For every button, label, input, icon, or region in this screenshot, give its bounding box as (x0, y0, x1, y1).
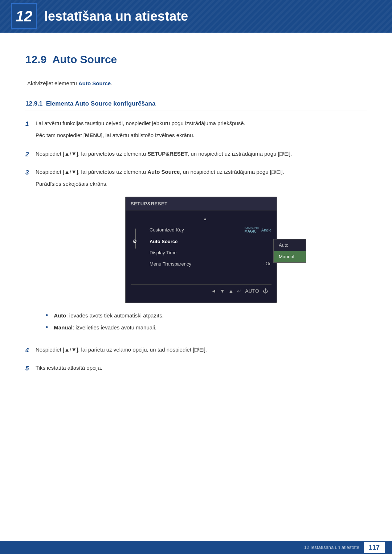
intro-text: Aktivizējiet elementu Auto Source. (25, 79, 367, 88)
section-heading: 12.9 Auto Source (25, 51, 367, 68)
screen-mockup: SETUP&RESET ▲ Customized Key (125, 197, 277, 303)
footer-page-number: 117 (364, 542, 385, 554)
step-3-content: Nospiediet [▲/▼], lai pārvietotos uz ele… (36, 168, 367, 338)
menu-item-auto-source: ⚙ Auto Source Auto Manual (142, 236, 271, 247)
step-5-num: 5 (25, 364, 36, 373)
screen-mockup-wrapper: SETUP&RESET ▲ Customized Key (36, 197, 367, 303)
bullet-list: Auto: ievades avots tiek automātiski atp… (46, 311, 367, 332)
bullet-manual: Manual: izvēlieties ievades avotu manuāl… (46, 323, 367, 332)
chapter-number: 12 (11, 3, 37, 29)
step-1-num: 1 (25, 119, 36, 129)
steps-container: 1 Lai atvērtu funkcijas taustiņu ceļvedi… (25, 119, 367, 376)
step-2-content: Nospiediet [▲/▼], lai pārvietotos uz ele… (36, 149, 367, 161)
bottom-icon-up: ▲ (229, 287, 234, 295)
menu-item-customized-key: Customized Key SAMSUNG MAGIC Angle (142, 224, 271, 235)
step-2-num: 2 (25, 149, 36, 159)
screen-body: ▲ Customized Key SAMSUNG MAGIC (126, 210, 277, 299)
step-4-content: Nospiediet [▲/▼], lai pārietu uz vēlamo … (36, 345, 367, 357)
footer-chapter-label: 12 Iestatīšana un atiestate (304, 544, 359, 551)
footer-bar: 12 Iestatīšana un atiestate 117 (0, 541, 392, 554)
bullet-auto: Auto: ievades avots tiek automātiski atp… (46, 311, 367, 320)
step-2: 2 Nospiediet [▲/▼], lai pārvietotos uz e… (25, 149, 367, 161)
step-3-num: 3 (25, 168, 36, 177)
menu-item-menu-transparency: Menu Transparency : On (142, 258, 271, 270)
section-number: 12.9 (25, 53, 46, 65)
step-3: 3 Nospiediet [▲/▼], lai pārvietotos uz e… (25, 168, 367, 338)
main-content: 12.9 Auto Source Aktivizējiet elementu A… (0, 33, 392, 404)
bottom-icon-power: ⏻ (263, 287, 268, 295)
header-title: Iestatīšana un atiestate (44, 6, 188, 27)
up-arrow: ▲ (139, 214, 271, 224)
step-4-num: 4 (25, 345, 36, 355)
menu-item-display-time: Display Time (142, 247, 271, 258)
gear-icon: ⚙ (131, 237, 139, 245)
screen-bottom-bar: ◄ ▼ ▲ ↵ AUTO ⏻ (131, 284, 271, 295)
sub-section-heading: 12.9.1 Elementa Auto Source konfigurēšan… (25, 99, 367, 111)
bottom-icon-left: ◄ (211, 287, 216, 295)
step-1: 1 Lai atvērtu funkcijas taustiņu ceļvedi… (25, 119, 367, 143)
step-5: 5 Tiks iestatīta atlasītā opcija. (25, 364, 367, 376)
section-title: Auto Source (52, 53, 117, 65)
bottom-icon-auto: AUTO (245, 287, 259, 295)
bottom-icon-enter: ↵ (237, 287, 241, 295)
bottom-icon-down: ▼ (220, 287, 225, 295)
step-5-content: Tiks iestatīta atlasītā opcija. (36, 364, 367, 376)
page-header: 12 Iestatīšana un atiestate (0, 0, 392, 33)
screen-header: SETUP&RESET (126, 197, 277, 210)
step-1-content: Lai atvērtu funkcijas taustiņu ceļvedi, … (36, 119, 367, 143)
step-4: 4 Nospiediet [▲/▼], lai pārietu uz vēlam… (25, 345, 367, 357)
